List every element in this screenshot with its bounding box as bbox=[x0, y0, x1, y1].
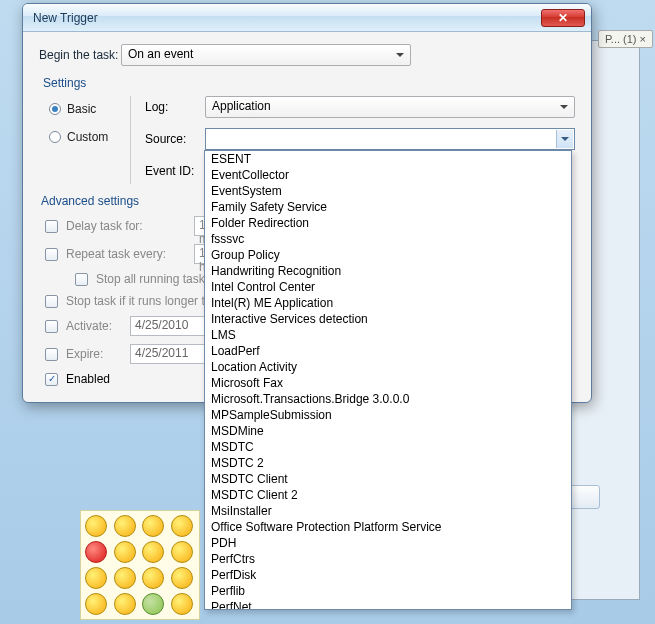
source-option[interactable]: MsiInstaller bbox=[205, 503, 571, 519]
emoji-icon[interactable] bbox=[171, 541, 193, 563]
source-option[interactable]: Intel Control Center bbox=[205, 279, 571, 295]
source-option[interactable]: MSDTC Client 2 bbox=[205, 487, 571, 503]
source-select[interactable] bbox=[205, 128, 575, 150]
radio-custom-label: Custom bbox=[67, 130, 108, 144]
emoji-icon[interactable] bbox=[142, 515, 164, 537]
source-option[interactable]: Group Policy bbox=[205, 247, 571, 263]
stop-if-checkbox[interactable] bbox=[45, 295, 58, 308]
source-option[interactable]: Office Software Protection Platform Serv… bbox=[205, 519, 571, 535]
stop-if-label: Stop task if it runs longer th bbox=[66, 294, 211, 308]
source-option[interactable]: MPSampleSubmission bbox=[205, 407, 571, 423]
source-option[interactable]: Microsoft Fax bbox=[205, 375, 571, 391]
source-option[interactable]: PerfDisk bbox=[205, 567, 571, 583]
delay-checkbox[interactable] bbox=[45, 220, 58, 233]
emoji-icon[interactable] bbox=[142, 541, 164, 563]
emoji-icon[interactable] bbox=[85, 541, 107, 563]
titlebar: New Trigger ✕ bbox=[23, 4, 591, 32]
begin-task-value: On an event bbox=[128, 47, 193, 61]
background-tab[interactable]: P... (1) × bbox=[598, 30, 653, 48]
chevron-down-icon bbox=[556, 130, 573, 148]
source-option[interactable]: PDH bbox=[205, 535, 571, 551]
settings-label: Settings bbox=[43, 76, 575, 90]
source-label: Source: bbox=[145, 132, 205, 146]
emoji-icon[interactable] bbox=[114, 541, 136, 563]
activate-checkbox[interactable] bbox=[45, 320, 58, 333]
activate-label: Activate: bbox=[66, 319, 122, 333]
repeat-checkbox[interactable] bbox=[45, 248, 58, 261]
emoji-icon[interactable] bbox=[114, 567, 136, 589]
source-option[interactable]: LoadPerf bbox=[205, 343, 571, 359]
emoji-icon[interactable] bbox=[171, 515, 193, 537]
emoji-icon[interactable] bbox=[142, 593, 164, 615]
enabled-label: Enabled bbox=[66, 372, 110, 386]
log-value: Application bbox=[212, 99, 271, 113]
begin-task-label: Begin the task: bbox=[39, 48, 121, 62]
emoji-icon[interactable] bbox=[85, 515, 107, 537]
source-option[interactable]: Family Safety Service bbox=[205, 199, 571, 215]
emoji-icon[interactable] bbox=[171, 593, 193, 615]
source-option[interactable]: EventSystem bbox=[205, 183, 571, 199]
source-option[interactable]: MSDTC Client bbox=[205, 471, 571, 487]
enabled-checkbox[interactable] bbox=[45, 373, 58, 386]
source-option[interactable]: LMS bbox=[205, 327, 571, 343]
stop-running-label: Stop all running tasks bbox=[96, 272, 211, 286]
source-option[interactable]: MSDTC 2 bbox=[205, 455, 571, 471]
source-option[interactable]: Microsoft.Transactions.Bridge 3.0.0.0 bbox=[205, 391, 571, 407]
close-button[interactable]: ✕ bbox=[541, 9, 585, 27]
log-label: Log: bbox=[145, 100, 205, 114]
source-option[interactable]: Location Activity bbox=[205, 359, 571, 375]
source-option[interactable]: MSDMine bbox=[205, 423, 571, 439]
radio-basic[interactable]: Basic bbox=[49, 102, 130, 116]
source-option[interactable]: Perflib bbox=[205, 583, 571, 599]
source-option[interactable]: fsssvc bbox=[205, 231, 571, 247]
repeat-label: Repeat task every: bbox=[66, 247, 186, 261]
source-option[interactable]: Intel(R) ME Application bbox=[205, 295, 571, 311]
begin-task-select[interactable]: On an event bbox=[121, 44, 411, 66]
source-option[interactable]: Handwriting Recognition bbox=[205, 263, 571, 279]
emoji-picker bbox=[80, 510, 200, 620]
emoji-icon[interactable] bbox=[85, 593, 107, 615]
emoji-icon[interactable] bbox=[114, 593, 136, 615]
source-option[interactable]: ESENT bbox=[205, 151, 571, 167]
emoji-icon[interactable] bbox=[85, 567, 107, 589]
source-option[interactable]: EventCollector bbox=[205, 167, 571, 183]
log-select[interactable]: Application bbox=[205, 96, 575, 118]
delay-label: Delay task for: bbox=[66, 219, 186, 233]
expire-checkbox[interactable] bbox=[45, 348, 58, 361]
source-option[interactable]: Interactive Services detection bbox=[205, 311, 571, 327]
eventid-label: Event ID: bbox=[145, 164, 205, 178]
source-dropdown-list[interactable]: ESENTEventCollectorEventSystemFamily Saf… bbox=[204, 150, 572, 610]
source-option[interactable]: MSDTC bbox=[205, 439, 571, 455]
source-option[interactable]: PerfCtrs bbox=[205, 551, 571, 567]
emoji-icon[interactable] bbox=[171, 567, 193, 589]
dialog-title: New Trigger bbox=[33, 11, 541, 25]
emoji-icon[interactable] bbox=[142, 567, 164, 589]
source-option[interactable]: Folder Redirection bbox=[205, 215, 571, 231]
radio-custom[interactable]: Custom bbox=[49, 130, 130, 144]
radio-dot-icon bbox=[49, 131, 61, 143]
radio-basic-label: Basic bbox=[67, 102, 96, 116]
source-option[interactable]: PerfNet bbox=[205, 599, 571, 610]
close-icon: ✕ bbox=[558, 11, 568, 25]
radio-dot-icon bbox=[49, 103, 61, 115]
stop-running-checkbox[interactable] bbox=[75, 273, 88, 286]
expire-label: Expire: bbox=[66, 347, 122, 361]
emoji-icon[interactable] bbox=[114, 515, 136, 537]
